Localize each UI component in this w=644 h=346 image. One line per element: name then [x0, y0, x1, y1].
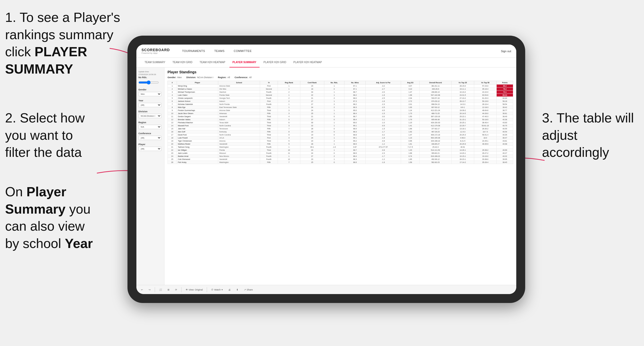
filter-gender-display: Gender: Men	[168, 76, 182, 79]
gender-filter-label: Gender:	[168, 76, 176, 79]
table-row: 7Nicholas GabrelcikNorth FloridaFourth12…	[168, 103, 513, 106]
table-body: 1Wenyi DingArizona StateFirst115167.1-3.…	[168, 85, 513, 164]
toolbar-copy[interactable]: ⬜	[158, 288, 163, 292]
logo-sub: Powered by clippi	[141, 52, 170, 54]
toolbar-refresh[interactable]: ⟳	[174, 288, 179, 292]
sub-nav-team-h2h-grid[interactable]: TEAM H2H GRID	[170, 58, 196, 67]
watch-label: Watch	[214, 288, 221, 291]
conference-filter-value: All	[249, 76, 252, 79]
year-select[interactable]: (All) First Second Third Fourth Fifth	[138, 103, 161, 107]
toolbar-sep1	[155, 287, 155, 292]
annotation-step3: 3. The table will adjust accordingly	[542, 109, 639, 161]
no-rds-slider[interactable]	[138, 80, 159, 85]
division-select[interactable]: NCAA Division I NCAA Division II NCAA Di…	[138, 114, 161, 118]
table-row: 25Cole SherwoodVanderbiltFourth1223168.3…	[168, 158, 513, 161]
col-reg-rank: Reg Rank	[278, 81, 300, 85]
division-filter-label: Division:	[186, 76, 196, 79]
toolbar-undo[interactable]: ↩	[139, 288, 145, 292]
table-row: 3Michael ThorbjornsenStanfordFourth23416…	[168, 91, 513, 94]
toolbar-redo[interactable]: ↪	[147, 288, 152, 292]
watch-arrow: ▾	[222, 288, 223, 291]
no-rds-label: No Rds.	[138, 76, 162, 79]
gender-select[interactable]: Men Women	[138, 92, 161, 96]
col-player: Player	[177, 81, 218, 85]
tablet-screen: SCOREBOARD Powered by clippi TOURNAMENTS…	[136, 45, 516, 294]
col-school: School	[218, 81, 260, 85]
nav-item-tournaments[interactable]: TOURNAMENTS	[177, 45, 210, 58]
region-select[interactable]: N/A All	[138, 125, 161, 129]
sub-nav-player-h2h-grid[interactable]: PLAYER H2H GRID	[261, 58, 289, 67]
region-filter-value: All	[227, 76, 230, 79]
view-label: View: Original	[189, 288, 203, 291]
nav-items: TOURNAMENTS TEAMS COMMITTEE	[177, 45, 501, 58]
col-rank: #	[168, 81, 177, 85]
toolbar-watch[interactable]: ⏱ Watch ▾	[210, 288, 224, 292]
table-row: 10Jacob Skov OlesenArkansasFifth325168.4…	[168, 112, 513, 115]
table-row: 14Maxwell FordNorth CarolinaThird322169.…	[168, 124, 513, 127]
table-row: 1Wenyi DingArizona StateFirst115167.1-3.…	[168, 85, 513, 88]
division-label: Division	[138, 110, 162, 113]
tablet-device: SCOREBOARD Powered by clippi TOURNAMENTS…	[127, 36, 525, 303]
filter-conference: Conference (All) ACC SEC	[138, 132, 162, 140]
annotation-step2: 2. Select how you want to filter the dat…	[5, 109, 102, 161]
col-avg-sg: Avg SG	[401, 81, 419, 85]
view-icon: 👁	[186, 288, 188, 291]
table-row: 2Michael Le SassoOle MissSecond118067.1-…	[168, 88, 513, 91]
player-label: Player	[138, 143, 162, 146]
annotation-step1: 1. To see a Player's rankings summary cl…	[5, 9, 122, 78]
bottom-toolbar: ↩ ↪ ⬜ ⊞ ⟳ 👁 View: Original ⏱ Watch ▾ 🖨 ⬇…	[136, 285, 516, 294]
table-row: 8Mats EgeEast Tennessee StateFifth124268…	[168, 106, 513, 109]
filter-division-display: Division: NCAA Division I	[186, 76, 213, 79]
year-label: Year	[138, 99, 162, 102]
table-row: 15Jake HallTennesseeFifth728068.5-1.51.6…	[168, 127, 513, 130]
sub-nav-team-h2h-heatmap[interactable]: TEAM H2H HEATMAP	[197, 58, 228, 67]
filter-region-display: Region: All	[218, 76, 230, 79]
toolbar-export[interactable]: ⬇	[235, 288, 240, 292]
gender-label: Gender	[138, 88, 162, 91]
sub-nav: TEAM SUMMARY TEAM H2H GRID TEAM H2H HEAT…	[136, 58, 516, 67]
table-row: 21Taehoon SongWashingtonFourth169.1-1.00…	[168, 146, 513, 149]
table-area: Player Standings Gender: Men Division: N…	[164, 67, 516, 285]
region-filter-label: Region:	[218, 76, 227, 79]
col-record: Overall Record	[419, 81, 451, 85]
sidebar-filters: Update time: 27/03/2024 16:56:26 No Rds.…	[136, 67, 164, 285]
col-yr: Yr	[260, 81, 278, 85]
filter-gender: Gender Men Women	[138, 88, 162, 96]
logo-area: SCOREBOARD Powered by clippi	[141, 48, 170, 54]
conference-select[interactable]: (All) ACC SEC	[138, 136, 161, 140]
standings-title: Player Standings	[168, 70, 513, 74]
sign-out-link[interactable]: Sign out	[501, 50, 511, 53]
table-row: 26Petr HrubyWashingtonFifth725068.6-1.61…	[168, 161, 513, 164]
table-row: 4Luke ClatonFlorida StateSecond122168.2-…	[168, 94, 513, 97]
sub-nav-player-h2h-heatmap[interactable]: PLAYER H2H HEATMAP	[290, 58, 325, 67]
watch-icon: ⏱	[211, 288, 213, 291]
toolbar-view[interactable]: 👁 View: Original	[184, 288, 204, 292]
toolbar-paste[interactable]: ⊞	[166, 288, 171, 292]
share-label: Share	[247, 288, 253, 291]
share-icon: ↗	[244, 288, 246, 291]
player-select[interactable]: (All)	[138, 147, 161, 151]
main-content: Update time: 27/03/2024 16:56:26 No Rds.…	[136, 67, 516, 285]
nav-item-teams[interactable]: TEAMS	[210, 45, 229, 58]
table-row: 18Luke PowellUCLAFirst424169.1-1.81.1350…	[168, 136, 513, 140]
col-conf-rank: Conf Rank	[300, 81, 324, 85]
col-vs50: Vs Top 50	[474, 81, 496, 85]
toolbar-print[interactable]: 🖨	[227, 288, 232, 292]
sub-nav-player-summary[interactable]: PLAYER SUMMARY	[229, 58, 260, 67]
table-row: 19Tiger ChristensenArizonaThird523269.2-…	[168, 140, 513, 143]
toolbar-sep3	[207, 287, 207, 292]
table-row: 5Christo LamprechtGeorgia TechFourth2212…	[168, 97, 513, 100]
toolbar-share[interactable]: ↗ Share	[242, 288, 254, 292]
filter-division: Division NCAA Division I NCAA Division I…	[138, 110, 162, 118]
table-row: 24Bastian AmatNew MexicoFourth127268.4-1…	[168, 155, 513, 158]
standings-table: # Player School Yr Reg Rank Conf Rank No…	[168, 81, 513, 164]
col-points: Points	[497, 81, 513, 85]
table-row: 6Jackson KoivunAuburnFirst227167.3-1.62.…	[168, 100, 513, 103]
nav-item-committee[interactable]: COMMITTEE	[229, 45, 256, 58]
update-time-value: 27/03/2024 16:56:26	[138, 73, 162, 76]
update-time-label: Update time:	[138, 71, 162, 73]
sub-nav-team-summary[interactable]: TEAM SUMMARY	[141, 58, 169, 67]
filter-conference-display: Conference: All	[235, 76, 252, 79]
annotation-step-bottom: On Player Summary you can also view by s…	[5, 183, 102, 252]
table-row: 16Alex GoffKentuckyFifth819068.3-1.71.92…	[168, 130, 513, 133]
